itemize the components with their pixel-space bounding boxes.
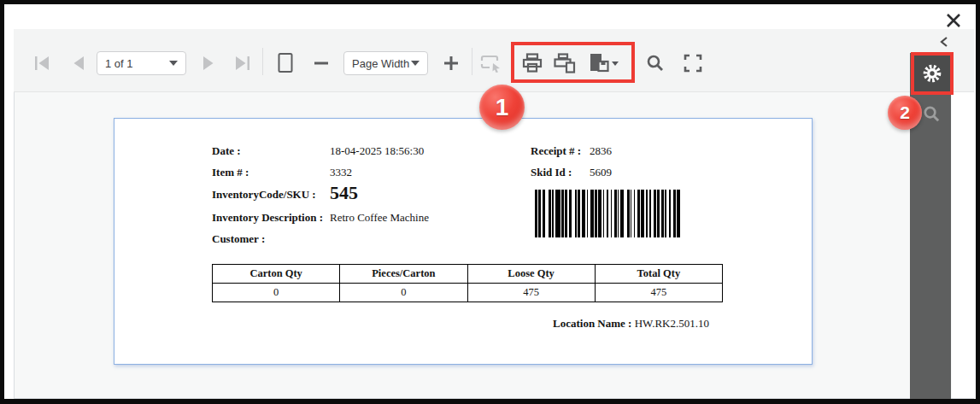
page-number-value: 1 of 1 [105, 57, 133, 70]
field-value: 5609 [590, 166, 612, 179]
field-description: Inventory Description : [212, 211, 323, 225]
field-sku: InventoryCode/SKU : [212, 188, 316, 202]
print-button[interactable] [519, 50, 545, 76]
last-page-button[interactable] [229, 50, 255, 76]
field-label: Date : [212, 144, 241, 157]
field-label: InventoryCode/SKU : [212, 188, 316, 201]
close-icon[interactable] [943, 10, 964, 31]
annotation-badge-2: 2 [888, 96, 922, 130]
zoom-in-button[interactable] [438, 50, 464, 76]
toolbar: 1 of 1 Page Width [14, 29, 974, 92]
toolbar-separator [472, 48, 472, 75]
search-icon [922, 104, 942, 124]
table-row: 0 0 475 475 [213, 284, 723, 302]
page-number-select[interactable]: 1 of 1 [97, 51, 186, 75]
field-label: Receipt # : [531, 144, 581, 157]
field-sku-value: 545 [330, 182, 358, 204]
zoom-level-select[interactable]: Page Width [343, 51, 428, 75]
settings-gear-button[interactable] [913, 55, 951, 92]
field-item-value: 3332 [330, 166, 352, 179]
export-dropdown-caret[interactable] [609, 50, 621, 76]
report-page: Date : 18-04-2025 18:56:30 Item # : 3332… [114, 118, 813, 365]
zoom-level-value: Page Width [352, 57, 409, 70]
table-cell: 475 [595, 284, 722, 302]
toolbar-separator [262, 48, 263, 75]
sidebar-search-button[interactable] [920, 102, 942, 125]
table-header: Total Qty [595, 265, 722, 284]
field-value: 545 [330, 182, 358, 203]
field-label: Location Name : [553, 317, 631, 330]
field-label: Inventory Description : [212, 211, 323, 224]
field-item: Item # : [212, 166, 249, 179]
field-description-value: Retro Coffee Machine [330, 211, 429, 225]
table-header-row: Carton Qty Pieces/Carton Loose Qty Total… [213, 265, 723, 284]
fullscreen-button[interactable] [680, 50, 706, 76]
field-value: 2836 [590, 144, 612, 157]
badge-number: 1 [496, 94, 509, 121]
field-label: Customer : [212, 232, 265, 245]
annotation-badge-1: 1 [479, 85, 525, 130]
chevron-down-icon [411, 61, 420, 66]
quantity-table: Carton Qty Pieces/Carton Loose Qty Total… [212, 264, 723, 302]
field-label: Item # : [212, 166, 249, 179]
location-name: Location Name : HW.RK2.501.10 [553, 317, 709, 331]
field-value: 3332 [330, 166, 352, 179]
table-header: Carton Qty [213, 265, 340, 284]
table-header: Pieces/Carton [340, 265, 467, 284]
single-page-view-icon[interactable] [273, 50, 298, 76]
zoom-out-button[interactable] [308, 50, 334, 76]
table-header: Loose Qty [467, 265, 595, 284]
barcode [535, 190, 680, 237]
previous-page-button[interactable] [66, 50, 91, 76]
toggle-selection-icon[interactable] [478, 50, 503, 76]
field-skid: Skid Id : [531, 166, 572, 179]
field-value: HW.RK2.501.10 [635, 317, 709, 330]
print-page-button[interactable] [552, 50, 578, 76]
field-date: Date : [212, 144, 241, 158]
table-cell: 0 [213, 284, 340, 302]
field-value: 18-04-2025 18:56:30 [330, 144, 424, 157]
chevron-down-icon [612, 61, 619, 66]
table-cell: 475 [467, 284, 595, 302]
collapse-chevron-icon[interactable] [936, 34, 952, 50]
field-receipt-value: 2836 [590, 144, 612, 158]
next-page-button[interactable] [196, 50, 221, 76]
search-button[interactable] [643, 50, 668, 76]
field-receipt: Receipt # : [531, 144, 581, 158]
table-cell: 0 [340, 284, 467, 302]
chevron-down-icon [169, 61, 178, 66]
field-date-value: 18-04-2025 18:56:30 [330, 144, 424, 158]
field-label: Skid Id : [531, 166, 572, 179]
first-page-button[interactable] [30, 50, 56, 76]
gear-icon [922, 63, 942, 84]
field-skid-value: 5609 [590, 166, 612, 179]
field-value: Retro Coffee Machine [330, 211, 429, 224]
badge-number: 2 [900, 102, 910, 123]
field-customer: Customer : [212, 232, 265, 246]
report-viewer-window: 1 of 1 Page Width [0, 0, 980, 404]
